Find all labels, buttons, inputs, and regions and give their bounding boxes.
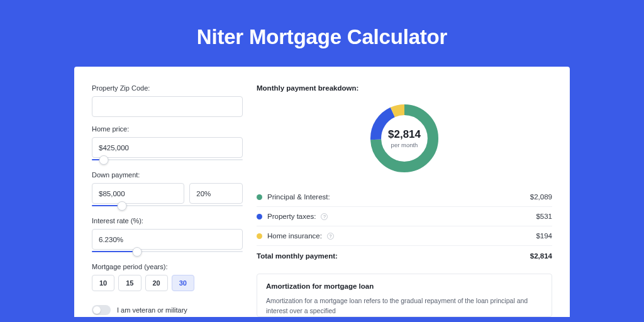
- zip-field: Property Zip Code:: [92, 84, 243, 117]
- interest-rate-field: Interest rate (%):: [92, 217, 243, 255]
- home-price-label: Home price:: [92, 125, 243, 133]
- down-payment-field: Down payment:: [92, 171, 243, 209]
- breakdown-title: Monthly payment breakdown:: [257, 84, 552, 92]
- interest-rate-input[interactable]: [92, 229, 243, 250]
- info-icon[interactable]: ?: [327, 233, 334, 240]
- zip-input[interactable]: [92, 96, 243, 117]
- mortgage-period-field: Mortgage period (years): 10152030: [92, 263, 243, 291]
- veteran-toggle-row: I am veteran or military: [92, 305, 243, 315]
- down-payment-amount-input[interactable]: [92, 183, 184, 204]
- legend-list: Principal & Interest:$2,089Property taxe…: [257, 187, 552, 246]
- period-option-30[interactable]: 30: [172, 275, 194, 291]
- period-option-15[interactable]: 15: [118, 275, 141, 291]
- total-value: $2,814: [530, 252, 552, 260]
- legend-left: Principal & Interest:: [257, 193, 330, 201]
- calculator-card: Property Zip Code: Home price: Down paym…: [74, 67, 570, 317]
- donut-chart: $2,814 per month: [367, 101, 442, 176]
- donut-sub: per month: [391, 142, 418, 148]
- down-payment-percent-input[interactable]: [189, 183, 243, 204]
- legend-swatch: [257, 214, 262, 219]
- home-price-slider-track: [92, 159, 243, 160]
- legend-item: Home insurance:?$194: [257, 226, 552, 246]
- amortization-text: Amortization for a mortgage loan refers …: [266, 296, 543, 316]
- legend-label: Principal & Interest:: [267, 193, 330, 201]
- legend-item: Property taxes:?$531: [257, 207, 552, 226]
- down-payment-label: Down payment:: [92, 171, 243, 179]
- legend-item: Principal & Interest:$2,089: [257, 187, 552, 207]
- amortization-title: Amortization for mortgage loan: [266, 282, 543, 290]
- donut-amount: $2,814: [388, 128, 421, 141]
- legend-swatch: [257, 233, 262, 239]
- mortgage-period-options: 10152030: [92, 275, 243, 291]
- legend-value: $531: [536, 213, 552, 220]
- legend-left: Property taxes:?: [257, 213, 328, 220]
- inputs-column: Property Zip Code: Home price: Down paym…: [92, 84, 243, 317]
- zip-label: Property Zip Code:: [92, 84, 243, 92]
- interest-rate-slider-thumb[interactable]: [133, 247, 142, 257]
- veteran-toggle-label: I am veteran or military: [117, 306, 187, 314]
- interest-rate-label: Interest rate (%):: [92, 217, 243, 225]
- mortgage-period-label: Mortgage period (years):: [92, 263, 243, 270]
- legend-value: $2,089: [530, 193, 552, 201]
- legend-label: Property taxes:: [267, 213, 316, 220]
- interest-rate-slider-fill: [92, 251, 137, 252]
- total-line: Total monthly payment: $2,814: [257, 246, 552, 269]
- donut-center: $2,814 per month: [367, 101, 442, 176]
- info-icon[interactable]: ?: [321, 213, 328, 220]
- period-option-20[interactable]: 20: [145, 275, 168, 291]
- amortization-box: Amortization for mortgage loan Amortizat…: [257, 274, 552, 317]
- legend-swatch: [257, 194, 262, 200]
- period-option-10[interactable]: 10: [92, 275, 114, 291]
- donut-chart-wrap: $2,814 per month: [257, 101, 552, 176]
- veteran-toggle[interactable]: [92, 305, 111, 315]
- breakdown-column: Monthly payment breakdown: $2,814 per mo…: [257, 84, 552, 317]
- home-price-slider-thumb[interactable]: [99, 155, 109, 165]
- down-payment-slider-thumb[interactable]: [118, 201, 127, 211]
- total-label: Total monthly payment:: [257, 252, 338, 260]
- home-price-input[interactable]: [92, 137, 243, 158]
- veteran-toggle-knob: [93, 306, 101, 314]
- home-price-field: Home price:: [92, 125, 243, 163]
- page-title: Niter Mortgage Calculator: [0, 0, 644, 67]
- legend-value: $194: [536, 232, 552, 240]
- legend-label: Home insurance:: [267, 232, 322, 240]
- legend-left: Home insurance:?: [257, 232, 334, 240]
